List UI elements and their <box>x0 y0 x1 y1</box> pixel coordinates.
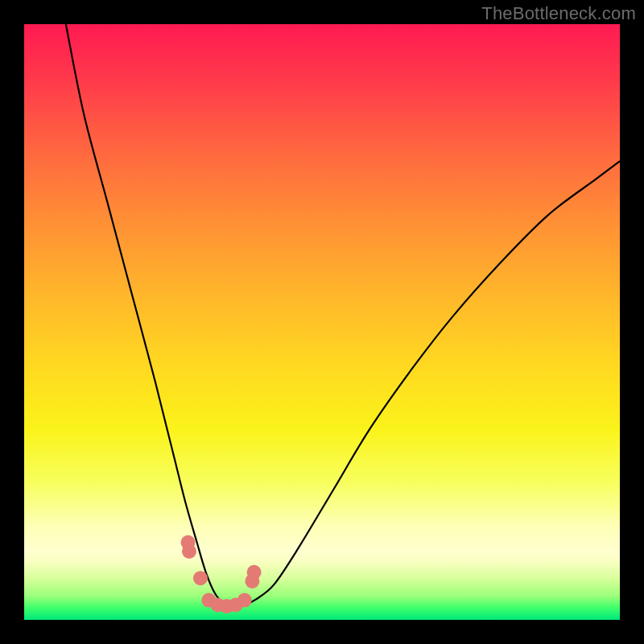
chart-svg <box>24 24 620 620</box>
bottleneck-curve <box>66 24 620 606</box>
plot-area <box>24 24 620 620</box>
marker-point <box>247 565 262 580</box>
watermark-text: TheBottleneck.com <box>481 3 636 24</box>
chart-frame: TheBottleneck.com <box>0 0 644 644</box>
marker-point <box>237 593 252 608</box>
marker-point <box>193 571 208 585</box>
marker-group <box>181 535 262 613</box>
marker-point <box>182 544 196 559</box>
